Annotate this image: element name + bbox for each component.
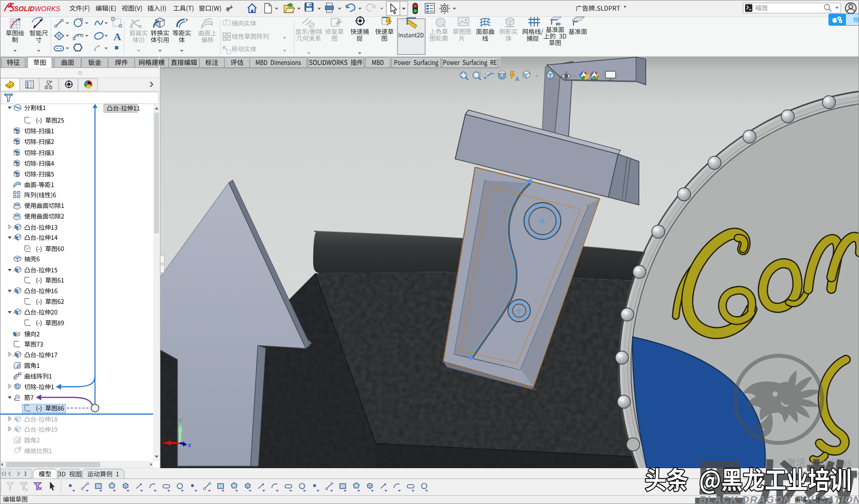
- svg-text:3D: 3D: [556, 22, 560, 26]
- svg-text:A: A: [113, 31, 121, 43]
- svg-text:Z: Z: [188, 442, 191, 448]
- svg-text:Y: Y: [179, 418, 182, 423]
- svg-text:SOLIDWORKS: SOLIDWORKS: [14, 5, 61, 13]
- svg-text:BLACK DRAGON EDUCATION: BLACK DRAGON EDUCATION: [699, 494, 859, 504]
- svg-text:X: X: [161, 440, 165, 445]
- svg-text:A: A: [515, 76, 519, 82]
